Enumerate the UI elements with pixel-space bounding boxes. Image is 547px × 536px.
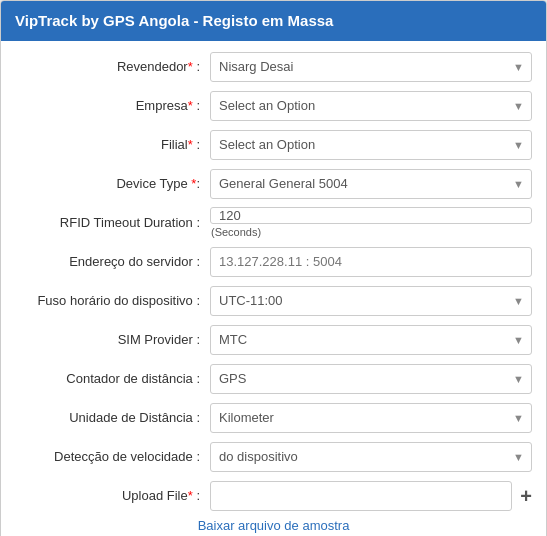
- label-endereco: Endereço do servidor :: [15, 254, 210, 269]
- select-fuso-horario[interactable]: UTC-11:00: [210, 286, 532, 316]
- select-wrap-unidade: Kilometer ▼: [210, 403, 532, 433]
- row-sim-provider: SIM Provider : MTC ▼: [15, 324, 532, 356]
- window-header: VipTrack by GPS Angola - Registo em Mass…: [1, 1, 546, 41]
- row-fuso-horario: Fuso horário do dispositivo : UTC-11:00 …: [15, 285, 532, 317]
- row-endereco: Endereço do servidor :: [15, 246, 532, 278]
- select-filial[interactable]: Select an Option: [210, 130, 532, 160]
- row-rfid-timeout: RFID Timeout Duration : (Seconds): [15, 207, 532, 239]
- select-unidade[interactable]: Kilometer: [210, 403, 532, 433]
- select-wrap-fuso-horario: UTC-11:00 ▼: [210, 286, 532, 316]
- row-device-type: Device Type *: General General 5004 ▼: [15, 168, 532, 200]
- input-upload-file[interactable]: [210, 481, 512, 511]
- select-deteccao[interactable]: do dispositivo: [210, 442, 532, 472]
- row-deteccao: Detecção de velocidade : do dispositivo …: [15, 441, 532, 473]
- window-title: VipTrack by GPS Angola - Registo em Mass…: [15, 12, 333, 29]
- label-fuso-horario: Fuso horário do dispositivo :: [15, 293, 210, 308]
- plus-icon[interactable]: +: [520, 486, 532, 506]
- row-empresa: Empresa* : Select an Option ▼: [15, 90, 532, 122]
- download-link-row: Baixar arquivo de amostra: [15, 512, 532, 537]
- label-unidade: Unidade de Distância :: [15, 410, 210, 425]
- req-empresa: *: [188, 98, 193, 113]
- select-revendedor[interactable]: Nisarg Desai: [210, 52, 532, 82]
- label-device-type: Device Type *:: [15, 176, 210, 191]
- label-sim-provider: SIM Provider :: [15, 332, 210, 347]
- select-wrap-sim-provider: MTC ▼: [210, 325, 532, 355]
- label-upload-file: Upload File* :: [15, 488, 210, 503]
- select-wrap-device-type: General General 5004 ▼: [210, 169, 532, 199]
- form-body: Revendedor* : Nisarg Desai ▼ Empresa* : …: [1, 41, 546, 537]
- rfid-seconds-hint: (Seconds): [210, 226, 532, 238]
- select-empresa[interactable]: Select an Option: [210, 91, 532, 121]
- req-upload-file: *: [188, 488, 193, 503]
- select-wrap-deteccao: do dispositivo ▼: [210, 442, 532, 472]
- label-deteccao: Detecção de velocidade :: [15, 449, 210, 464]
- req-revendedor: *: [188, 59, 193, 74]
- label-contador: Contador de distância :: [15, 371, 210, 386]
- req-device-type: *: [191, 176, 196, 191]
- main-window: VipTrack by GPS Angola - Registo em Mass…: [0, 0, 547, 536]
- select-wrap-revendedor: Nisarg Desai ▼: [210, 52, 532, 82]
- download-link[interactable]: Baixar arquivo de amostra: [198, 518, 350, 533]
- req-filial: *: [188, 137, 193, 152]
- select-device-type[interactable]: General General 5004: [210, 169, 532, 199]
- input-rfid-timeout[interactable]: [210, 207, 532, 224]
- input-endereco[interactable]: [210, 247, 532, 277]
- row-unidade: Unidade de Distância : Kilometer ▼: [15, 402, 532, 434]
- select-sim-provider[interactable]: MTC: [210, 325, 532, 355]
- label-revendedor: Revendedor* :: [15, 59, 210, 74]
- label-filial: Filial* :: [15, 137, 210, 152]
- row-filial: Filial* : Select an Option ▼: [15, 129, 532, 161]
- select-contador[interactable]: GPS: [210, 364, 532, 394]
- select-wrap-contador: GPS ▼: [210, 364, 532, 394]
- row-revendedor: Revendedor* : Nisarg Desai ▼: [15, 51, 532, 83]
- label-rfid-timeout: RFID Timeout Duration :: [15, 215, 210, 230]
- rfid-right: (Seconds): [210, 207, 532, 238]
- select-wrap-filial: Select an Option ▼: [210, 130, 532, 160]
- select-wrap-empresa: Select an Option ▼: [210, 91, 532, 121]
- label-empresa: Empresa* :: [15, 98, 210, 113]
- row-contador: Contador de distância : GPS ▼: [15, 363, 532, 395]
- row-upload-file: Upload File* : +: [15, 480, 532, 512]
